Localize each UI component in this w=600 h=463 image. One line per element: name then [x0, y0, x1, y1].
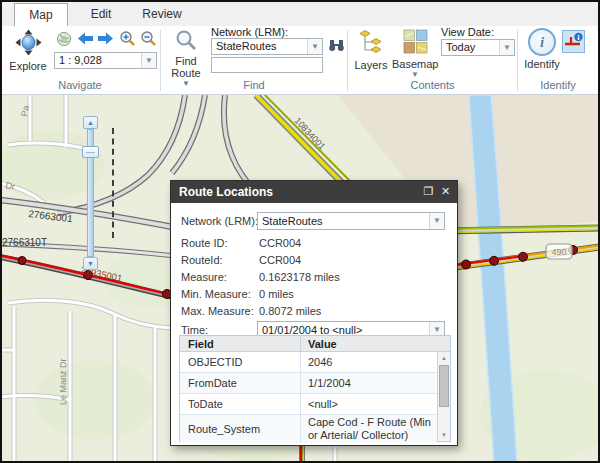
binoculars-icon: [328, 38, 345, 53]
field-value: 0 miles: [259, 288, 294, 300]
layers-label: Layers: [351, 59, 391, 71]
network-lrm-value: StateRoutes: [216, 39, 306, 54]
network-lrm-label: Network (LRM):: [211, 26, 288, 38]
zoom-slider-thumb[interactable]: [82, 146, 99, 158]
fixed-zoom-out-button[interactable]: [140, 30, 158, 48]
map-scale-combo[interactable]: 1 : 9,028 ▼: [54, 52, 157, 69]
cell-value: Cape Cod - F Route (Minor Arterial/ Coll…: [308, 416, 435, 442]
dialog-title: Route Locations: [179, 185, 273, 199]
identify-icon: i: [528, 28, 556, 56]
tab-map[interactable]: Map: [14, 3, 68, 26]
table-scrollbar[interactable]: ▲ ▼: [437, 352, 450, 441]
field-label: RouteId:: [181, 254, 223, 266]
attribute-table: Field Value OBJECTID 2046 FromDate 1/1/2…: [179, 335, 451, 442]
field-value: CCR004: [259, 237, 301, 249]
basemap-icon: [403, 29, 428, 54]
basemap-label: Basemap: [392, 58, 438, 70]
network-lrm-combo[interactable]: StateRoutes ▼: [211, 38, 323, 55]
find-route-label-2: Route: [165, 67, 207, 79]
tab-review[interactable]: Review: [132, 3, 192, 26]
explore-button[interactable]: Explore: [4, 29, 52, 72]
view-date-value: Today: [446, 40, 498, 55]
cell-value: <null>: [308, 394, 435, 414]
chevron-down-icon[interactable]: ▼: [141, 53, 156, 68]
cell-field: FromDate: [188, 373, 298, 393]
network-value: StateRoutes: [262, 213, 428, 229]
table-row: ToDate <null>: [180, 394, 437, 415]
arrow-left-icon: [77, 31, 94, 46]
field-label: Measure:: [181, 271, 227, 283]
fixed-zoom-in-button[interactable]: [119, 30, 137, 48]
scrollbar-thumb[interactable]: [439, 365, 449, 407]
map-zoom-slider[interactable]: ▲ ▼: [81, 116, 101, 270]
table-body: OBJECTID 2046 FromDate 1/1/2004 ToDate <…: [180, 352, 450, 441]
label-street-lemanz: Le Manz Dr: [58, 358, 68, 405]
field-label: Network (LRM):: [181, 215, 258, 227]
group-label-identify: Identify: [518, 79, 598, 93]
identify-route-locations-tool[interactable]: [562, 30, 585, 53]
svg-text:490: 490: [551, 247, 566, 257]
chevron-down-icon[interactable]: ▼: [307, 39, 322, 54]
layers-icon: [358, 29, 384, 55]
ribbon-tabstrip: Map Edit Review: [0, 0, 600, 26]
arrow-right-icon: [97, 31, 114, 46]
previous-extent-button[interactable]: [77, 31, 95, 49]
group-label-contents: Contents: [348, 79, 517, 93]
view-date-combo[interactable]: Today ▼: [441, 39, 515, 56]
cell-value: 1/1/2004: [308, 373, 435, 393]
table-row: OBJECTID 2046: [180, 352, 437, 373]
scroll-up-icon[interactable]: ▲: [438, 352, 450, 364]
chevron-down-icon[interactable]: ▼: [429, 213, 444, 229]
field-label: Max. Measure:: [181, 305, 254, 317]
route-input[interactable]: [211, 57, 323, 73]
maximize-button[interactable]: ❐: [420, 181, 437, 203]
zoom-in-icon: [119, 30, 136, 47]
chevron-down-icon[interactable]: ▼: [499, 40, 514, 55]
close-icon[interactable]: ✕: [437, 181, 454, 203]
next-extent-button[interactable]: [97, 31, 115, 49]
group-label-find: Find: [161, 79, 347, 93]
table-header-row: Field Value: [180, 336, 450, 352]
table-row: Route_System Cape Cod - F Route (Minor A…: [180, 415, 437, 443]
layers-button[interactable]: Layers: [351, 29, 391, 71]
dialog-titlebar[interactable]: Route Locations: [171, 181, 457, 203]
header-value: Value: [308, 336, 448, 352]
boundary-dashed-line: [112, 128, 114, 238]
tab-edit[interactable]: Edit: [76, 3, 126, 26]
label-road-lower: 2766310T: [2, 237, 47, 248]
label-street-dr: Dr: [5, 180, 16, 192]
zoom-out-icon: [140, 30, 157, 47]
group-label-navigate: Navigate: [0, 79, 160, 93]
label-street-pa: Pa: [19, 105, 31, 118]
map-scale-value: 1 : 9,028: [59, 53, 140, 68]
field-label: Route ID:: [181, 237, 227, 249]
cell-field: OBJECTID: [188, 352, 298, 372]
identify-label: Identify: [522, 58, 562, 70]
route-stub-bottom: [301, 443, 303, 463]
magnifier-icon: [175, 29, 197, 51]
full-extent-globe-button[interactable]: [56, 31, 74, 49]
scroll-down-icon[interactable]: ▼: [438, 429, 450, 441]
field-value: CCR004: [259, 254, 301, 266]
explore-label: Explore: [4, 60, 52, 72]
find-binoculars-button[interactable]: [328, 38, 346, 56]
find-route-label-1: Find: [165, 55, 207, 67]
field-value: 0.8072 miles: [259, 305, 321, 317]
network-combo[interactable]: StateRoutes ▼: [257, 212, 445, 230]
field-label: Min. Measure:: [181, 288, 251, 300]
zoom-slider-up-button[interactable]: ▲: [83, 116, 98, 129]
route-tool-icon: [563, 31, 584, 52]
header-field: Field: [188, 336, 298, 352]
view-date-label: View Date:: [441, 26, 494, 38]
zoom-slider-down-button[interactable]: ▼: [83, 257, 98, 270]
basemap-button[interactable]: Basemap ▼: [392, 29, 438, 79]
ribbon: Map Edit Review Explore: [0, 0, 600, 95]
field-value: 0.1623178 miles: [259, 271, 340, 283]
chevron-down-icon: ▼: [392, 70, 438, 79]
cell-value: 2046: [308, 352, 435, 372]
identify-button[interactable]: i Identify: [522, 28, 562, 70]
route-shield: 490: [546, 244, 572, 259]
route-locations-dialog: Route Locations ❐ ✕ Network (LRM): State…: [170, 180, 458, 446]
table-row: FromDate 1/1/2004: [180, 373, 437, 394]
app-window: 490 27663001 2766310T 27935001 10834001 …: [0, 0, 600, 463]
